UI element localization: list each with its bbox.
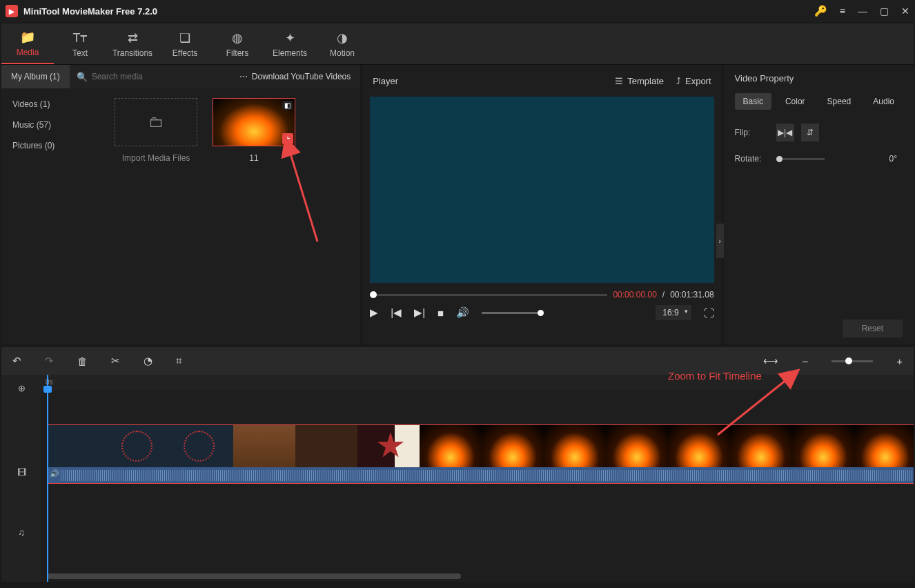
video-clip[interactable] — [47, 424, 914, 467]
properties-panel: › Video Property Basic Color Speed Audio… — [724, 65, 914, 344]
clip-frame — [295, 425, 357, 468]
folder-icon: 📁 — [20, 30, 35, 45]
folder-icon: 🗀 — [148, 113, 164, 131]
timeline-toolbar: ↶ ↷ 🗑 ✂ ◔ ⌗ ⟷ − + — [1, 347, 914, 375]
rotate-slider[interactable] — [776, 158, 825, 160]
import-label: Import Media Files — [115, 153, 197, 163]
prop-tab-color[interactable]: Color — [777, 93, 814, 110]
template-button[interactable]: ☰Template — [615, 76, 664, 86]
add-to-timeline-button[interactable]: + — [282, 133, 293, 144]
zoom-handle[interactable] — [845, 357, 852, 364]
tab-elements[interactable]: ✦Elements — [264, 23, 316, 64]
flip-vertical-button[interactable]: ⇵ — [801, 124, 819, 141]
tab-effects[interactable]: ❏Effects — [159, 23, 211, 64]
split-button[interactable]: ✂ — [111, 355, 120, 367]
player-panel: Player ☰Template ⤴Export 00:00:00.00 / 0… — [363, 65, 720, 344]
volume-slider[interactable] — [482, 312, 544, 314]
tab-motion[interactable]: ◑Motion — [316, 23, 368, 64]
volume-icon[interactable]: 🔊 — [456, 306, 469, 319]
tab-media[interactable]: 📁Media — [1, 23, 54, 64]
prop-tab-audio[interactable]: Audio — [865, 93, 903, 110]
music-track[interactable] — [41, 489, 914, 545]
rotate-value: 0° — [889, 154, 897, 164]
transitions-icon: ⇄ — [128, 30, 138, 46]
maximize-button[interactable]: ▢ — [880, 6, 889, 17]
menu-icon[interactable]: ≡ — [840, 6, 845, 17]
reset-button[interactable]: Reset — [843, 320, 903, 337]
elements-icon: ✦ — [285, 30, 295, 46]
music-track-icon[interactable]: ♫ — [1, 504, 41, 560]
clip-frame — [109, 425, 171, 468]
titlebar: ▶ MiniTool MovieMaker Free 7.2.0 🔑 ≡ — ▢… — [0, 0, 915, 22]
scrub-bar[interactable] — [370, 294, 607, 296]
prop-tab-basic[interactable]: Basic — [735, 93, 771, 110]
close-button[interactable]: ✕ — [901, 6, 909, 17]
audio-strip[interactable]: 🔊 — [47, 467, 914, 484]
media-sidebar: Videos (1) Music (57) Pictures (0) — [1, 88, 105, 344]
horizontal-scrollbar[interactable] — [47, 574, 461, 579]
video-track[interactable]: 🔊 — [41, 424, 914, 489]
tab-filters[interactable]: ◍Filters — [211, 23, 264, 64]
speaker-icon: 🔊 — [50, 469, 59, 478]
media-clip-thumb[interactable]: ◧ + — [213, 98, 295, 146]
scrub-handle[interactable] — [370, 291, 377, 298]
timeline: ⊕ 🎞 ♫ 0s — [1, 375, 914, 582]
crop-button[interactable]: ⌗ — [176, 355, 181, 367]
sidebar-item-music[interactable]: Music (57) — [1, 115, 105, 135]
prop-tab-speed[interactable]: Speed — [819, 93, 860, 110]
aspect-ratio-select[interactable]: 16:9 — [656, 305, 691, 320]
delete-button[interactable]: 🗑 — [77, 355, 88, 367]
video-track-icon[interactable]: 🎞 — [1, 440, 41, 504]
timeline-ruler[interactable]: 0s — [41, 375, 914, 390]
speed-button[interactable]: ◔ — [144, 355, 152, 367]
clip-frame — [854, 425, 914, 468]
clip-frame — [606, 425, 668, 468]
fullscreen-button[interactable]: ⛶ — [704, 307, 714, 319]
clip-frame — [668, 425, 730, 468]
search-input[interactable] — [92, 72, 195, 81]
volume-handle[interactable] — [538, 310, 544, 316]
preview-area[interactable] — [370, 97, 714, 283]
minimize-button[interactable]: — — [858, 6, 867, 17]
zoom-out-button[interactable]: − — [802, 355, 808, 367]
main-toolbar: 📁Media TᴛText ⇄Transitions ❏Effects ◍Fil… — [1, 23, 914, 65]
undo-button[interactable]: ↶ — [12, 355, 21, 367]
time-total: 00:01:31.08 — [670, 290, 714, 300]
zoom-fit-button[interactable]: ⟷ — [763, 355, 778, 367]
time-current: 00:00:00.00 — [613, 290, 656, 300]
play-button[interactable]: ▶ — [370, 306, 378, 319]
album-tab[interactable]: My Album (1) — [1, 65, 70, 88]
redo-button[interactable]: ↷ — [45, 355, 54, 367]
media-panel: My Album (1) 🔍 ⋯ Download YouTube Videos… — [1, 65, 360, 344]
key-icon[interactable]: 🔑 — [814, 5, 827, 17]
export-button[interactable]: ⤴Export — [676, 76, 711, 86]
sidebar-item-pictures[interactable]: Pictures (0) — [1, 135, 105, 156]
playhead[interactable] — [47, 375, 48, 582]
cloud-download-icon: ⋯ — [239, 72, 248, 81]
rotate-label: Rotate: — [735, 154, 776, 164]
add-track-button[interactable]: ⊕ — [1, 375, 41, 401]
tab-transitions[interactable]: ⇄Transitions — [106, 23, 159, 64]
search-icon: 🔍 — [77, 72, 88, 82]
download-youtube-link[interactable]: ⋯ Download YouTube Videos — [230, 72, 360, 81]
sidebar-item-videos[interactable]: Videos (1) — [1, 94, 105, 115]
clip-name: 11 — [213, 153, 295, 163]
import-media-button[interactable]: 🗀 — [115, 98, 197, 146]
zoom-in-button[interactable]: + — [896, 355, 903, 367]
clip-frame — [47, 425, 109, 468]
export-icon: ⤴ — [676, 76, 681, 86]
properties-title: Video Property — [735, 73, 903, 84]
zoom-slider[interactable] — [832, 360, 873, 362]
rotate-handle[interactable] — [776, 156, 783, 162]
text-icon: Tᴛ — [73, 30, 88, 46]
next-frame-button[interactable]: ▶| — [414, 306, 425, 319]
flip-horizontal-button[interactable]: ▶|◀ — [776, 124, 794, 141]
stop-button[interactable]: ■ — [437, 307, 444, 319]
player-title: Player — [373, 76, 602, 86]
prev-frame-button[interactable]: |◀ — [391, 306, 402, 319]
clip-frame — [482, 425, 544, 468]
tab-text[interactable]: TᴛText — [54, 23, 106, 64]
app-title: MiniTool MovieMaker Free 7.2.0 — [23, 6, 814, 17]
flip-label: Flip: — [735, 128, 776, 137]
collapse-handle[interactable]: › — [716, 224, 724, 258]
